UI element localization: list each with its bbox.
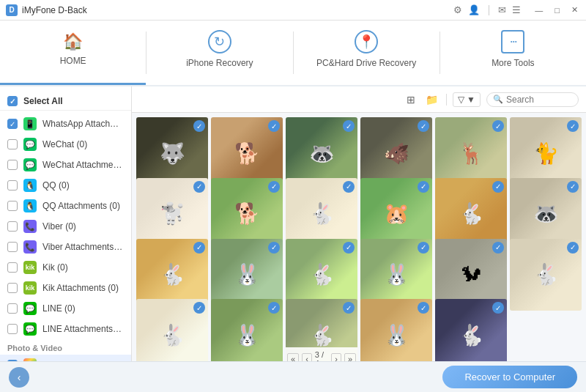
sidebar-item-whatsapp[interactable]: ✓ 📱 WhatsApp Attachments (2) bbox=[0, 114, 131, 134]
sidebar-item-viber[interactable]: 📞 Viber (0) bbox=[0, 216, 131, 237]
divider1 bbox=[489, 5, 489, 15]
kik-attach-checkbox[interactable] bbox=[7, 283, 18, 293]
line-checkbox[interactable] bbox=[7, 303, 18, 314]
photo-check: ✓ bbox=[343, 181, 355, 193]
photo-check: ✓ bbox=[418, 242, 429, 254]
minimize-button[interactable]: — bbox=[533, 6, 545, 15]
sidebar-item-kik-attach[interactable]: kik Kik Attachments (0) bbox=[0, 278, 131, 298]
wechat-checkbox[interactable] bbox=[7, 139, 18, 149]
photo-check: ✓ bbox=[492, 120, 504, 132]
photo-check: ✓ bbox=[492, 242, 504, 254]
sidebar-item-photos[interactable]: ✓ 🌸 Photos (83) bbox=[0, 355, 131, 361]
filter-button[interactable]: ▽ ▼ bbox=[453, 92, 481, 107]
page-info: 3 / 4 bbox=[315, 350, 328, 361]
app-logo: D bbox=[6, 4, 18, 16]
nav-home-label: HOME bbox=[60, 56, 86, 66]
whatsapp-checkbox[interactable]: ✓ bbox=[7, 119, 18, 129]
viber-attach-label: Viber Attachments (0) bbox=[42, 242, 124, 252]
kik-checkbox[interactable] bbox=[7, 262, 18, 273]
first-page-button[interactable]: « bbox=[287, 353, 299, 361]
qq-attach-checkbox[interactable] bbox=[7, 201, 18, 211]
photo-check: ✓ bbox=[193, 242, 205, 254]
select-all-checkbox[interactable]: ✓ bbox=[7, 96, 18, 106]
photos-checkbox[interactable]: ✓ bbox=[7, 360, 18, 361]
photo-cell[interactable]: 🐇 ✓ « ‹ 3 / 4 › » bbox=[286, 299, 357, 361]
viber-checkbox[interactable] bbox=[7, 221, 18, 232]
photo-check: ✓ bbox=[268, 242, 280, 254]
user-icon[interactable]: 👤 bbox=[468, 4, 480, 15]
prev-page-button[interactable]: ‹ bbox=[302, 353, 312, 361]
back-button[interactable]: ‹ bbox=[9, 367, 29, 388]
sidebar-item-line-attach[interactable]: 💬 LINE Attachments (0) bbox=[0, 319, 131, 339]
sidebar-item-wechat-attach[interactable]: 💬 WeChat Attachments (0) bbox=[0, 155, 131, 175]
sidebar-item-viber-attach[interactable]: 📞 Viber Attachments (0) bbox=[0, 237, 131, 257]
recover-computer-button[interactable]: Recover to Computer bbox=[442, 366, 577, 388]
main-area: ✓ Select All ✓ 📱 WhatsApp Attachments (2… bbox=[0, 86, 586, 361]
sidebar-item-qq-attach[interactable]: 🐧 QQ Attachments (0) bbox=[0, 196, 131, 216]
window-controls: — □ ✕ bbox=[533, 5, 580, 15]
photo-grid: 🐺 ✓ 🐕 ✓ 🦝 ✓ 🐗 ✓ 🦌 ✓ bbox=[132, 113, 586, 361]
grid-view-button[interactable]: ⊞ bbox=[404, 92, 418, 108]
maximize-button[interactable]: □ bbox=[552, 6, 562, 15]
line-attach-checkbox[interactable] bbox=[7, 324, 18, 334]
sidebar-item-qq[interactable]: 🐧 QQ (0) bbox=[0, 175, 131, 196]
sidebar-item-line[interactable]: 💬 LINE (0) bbox=[0, 298, 131, 319]
content-area: ⊞ 📁 ▽ ▼ 🔍 🐺 ✓ 🐕 ✓ bbox=[132, 86, 586, 361]
photo-cell[interactable]: 🐰 ✓ bbox=[360, 299, 432, 361]
photo-check: ✓ bbox=[343, 120, 355, 132]
photos-icon: 🌸 bbox=[23, 358, 37, 361]
nav-iphone[interactable]: ↻ iPhone Recovery bbox=[146, 21, 292, 85]
settings-icon[interactable]: ⚙ bbox=[453, 4, 462, 15]
title-bar: D iMyFone D-Back ⚙ 👤 ✉ ☰ — □ ✕ bbox=[0, 0, 586, 21]
toolbar-divider bbox=[446, 94, 447, 106]
kik-attach-icon: kik bbox=[23, 281, 37, 295]
nav-pc[interactable]: 📍 PC&Hard Drive Recovery bbox=[294, 21, 440, 85]
next-page-button[interactable]: › bbox=[331, 353, 341, 361]
photo-cell[interactable]: 🐇 ✓ bbox=[136, 299, 208, 361]
photo-check: ✓ bbox=[567, 181, 579, 193]
photo-check: ✓ bbox=[193, 181, 205, 193]
search-box[interactable]: 🔍 bbox=[486, 92, 579, 107]
sidebar-item-kik[interactable]: kik Kik (0) bbox=[0, 257, 131, 278]
mail-icon[interactable]: ✉ bbox=[498, 4, 506, 15]
line-icon: 💬 bbox=[23, 302, 37, 315]
photo-cell[interactable]: 🐰 ✓ bbox=[211, 299, 283, 361]
last-page-button[interactable]: » bbox=[344, 353, 356, 361]
menu-icon[interactable]: ☰ bbox=[512, 4, 521, 15]
nav-tools-label: More Tools bbox=[492, 58, 534, 68]
sidebar-item-wechat[interactable]: 💬 WeChat (0) bbox=[0, 134, 131, 155]
photo-grid-container: 🐺 ✓ 🐕 ✓ 🦝 ✓ 🐗 ✓ 🦌 ✓ bbox=[132, 113, 586, 361]
search-input[interactable] bbox=[506, 95, 572, 105]
viber-icon: 📞 bbox=[23, 220, 37, 233]
folder-view-button[interactable]: 📁 bbox=[423, 92, 440, 108]
qq-icon: 🐧 bbox=[23, 179, 37, 192]
qq-attach-icon: 🐧 bbox=[23, 199, 37, 212]
viber-attach-icon: 📞 bbox=[23, 240, 37, 254]
select-all-label: Select All bbox=[23, 96, 63, 106]
photo-check: ✓ bbox=[492, 181, 504, 193]
kik-icon: kik bbox=[23, 261, 37, 274]
photo-cell[interactable]: 🐇 ✓ bbox=[510, 239, 582, 311]
photo-cell[interactable]: 🐇 ✓ bbox=[435, 299, 507, 361]
iphone-recovery-icon: ↻ bbox=[208, 30, 231, 53]
viber-attach-checkbox[interactable] bbox=[7, 242, 18, 252]
qq-label: QQ (0) bbox=[42, 180, 124, 191]
nav-home[interactable]: 🏠 HOME bbox=[0, 21, 146, 85]
wechat-attach-label: WeChat Attachments (0) bbox=[42, 160, 124, 170]
pagination-overlay: « ‹ 3 / 4 › » bbox=[286, 347, 357, 361]
content-toolbar: ⊞ 📁 ▽ ▼ 🔍 bbox=[132, 86, 586, 113]
close-button[interactable]: ✕ bbox=[569, 5, 580, 15]
photo-check: ✓ bbox=[418, 120, 429, 132]
nav-bar: 🏠 HOME ↻ iPhone Recovery 📍 PC&Hard Drive… bbox=[0, 21, 586, 86]
title-bar-left: D iMyFone D-Back bbox=[6, 4, 87, 16]
wechat-attach-checkbox[interactable] bbox=[7, 160, 18, 170]
wechat-icon: 💬 bbox=[23, 138, 37, 151]
nav-tools[interactable]: ··· More Tools bbox=[440, 21, 586, 85]
photo-check: ✓ bbox=[193, 120, 205, 132]
sidebar: ✓ Select All ✓ 📱 WhatsApp Attachments (2… bbox=[0, 86, 132, 361]
app-title: iMyFone D-Back bbox=[22, 5, 87, 15]
select-all-row[interactable]: ✓ Select All bbox=[0, 92, 131, 111]
bottom-bar: ‹ Recover to Computer bbox=[0, 361, 586, 392]
photo-check: ✓ bbox=[567, 242, 579, 254]
qq-checkbox[interactable] bbox=[7, 180, 18, 191]
